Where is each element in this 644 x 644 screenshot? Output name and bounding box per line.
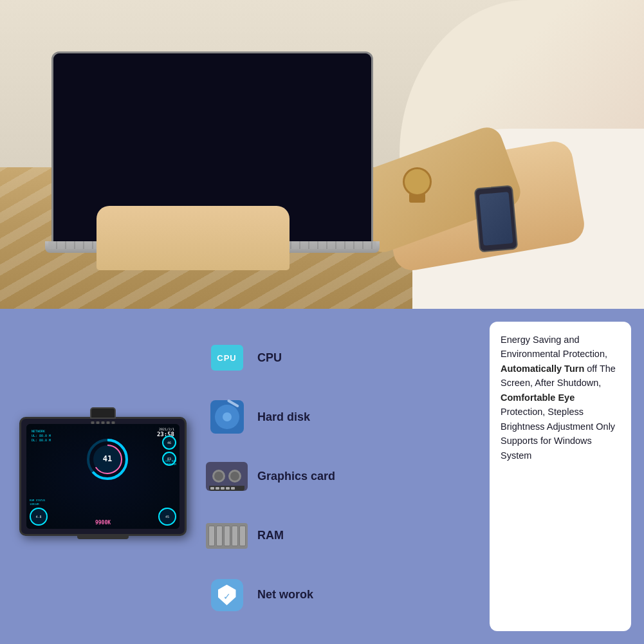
hud-main-gauge: 41 (85, 437, 130, 482)
cpu-label: CPU (257, 351, 282, 365)
hud-bottom-gauge-2: 45 (158, 508, 176, 526)
eye-comfort-highlight: Comfortable Eye (501, 392, 575, 403)
hud-gpu-info: GPU RAM B2649M (165, 459, 176, 466)
device-handle (90, 407, 116, 419)
hdd-label: Hard disk (257, 410, 310, 424)
description-box: Energy Saving and Environmental Protecti… (490, 322, 631, 631)
network-icon-container: ✓ (206, 577, 248, 612)
gpu-icon-container (206, 459, 248, 494)
ram-icon (206, 523, 248, 549)
person-hands (97, 206, 290, 270)
feature-cpu: CPU CPU (206, 340, 477, 376)
feature-ram: RAM (206, 518, 477, 553)
hud-bottom-gauge-1: 4.8 (30, 508, 48, 526)
feature-gpu: Graphics card (206, 459, 477, 494)
device-container: NETWORK UL: 80.0 M DL: 80.0 M 2021/2/1 2… (13, 322, 193, 631)
cpu-icon-container: CPU (206, 340, 248, 376)
auto-turn-highlight: Automatically Turn (501, 363, 584, 374)
hdd-icon (210, 400, 244, 434)
ram-icon-container (206, 518, 248, 553)
gpu-label: Graphics card (257, 470, 335, 483)
svg-text:41: 41 (103, 454, 112, 463)
hud-gauge-1: 46 (162, 436, 176, 450)
gpu-icon (206, 462, 248, 491)
device-stand (77, 534, 129, 539)
network-icon: ✓ (211, 579, 243, 611)
hud-bottom-row: 4.8 9900K 45 (30, 508, 176, 526)
hud-ram-status: RAM STATUS 10934M (30, 499, 45, 506)
hud-network-info: NETWORK UL: 80.0 M DL: 80.0 M (32, 429, 51, 443)
phone (474, 185, 518, 253)
person-silhouette (354, 0, 644, 309)
feature-hdd: Hard disk (206, 400, 477, 435)
feature-network: ✓ Net worok (206, 577, 477, 612)
monitoring-device: NETWORK UL: 80.0 M DL: 80.0 M 2021/2/1 2… (19, 417, 187, 536)
hud-cpu-label: 9900K (95, 520, 111, 526)
features-list: CPU CPU Hard disk (206, 322, 477, 631)
cpu-icon: CPU (211, 345, 243, 371)
bottom-section: NETWORK UL: 80.0 M DL: 80.0 M 2021/2/1 2… (0, 309, 644, 644)
network-label: Net worok (257, 588, 313, 602)
ram-label: RAM (257, 529, 284, 542)
hero-photo (0, 0, 644, 309)
description-text: Energy Saving and Environmental Protecti… (501, 333, 620, 463)
hdd-icon-container (206, 400, 248, 435)
device-screen: NETWORK UL: 80.0 M DL: 80.0 M 2021/2/1 2… (26, 424, 179, 529)
